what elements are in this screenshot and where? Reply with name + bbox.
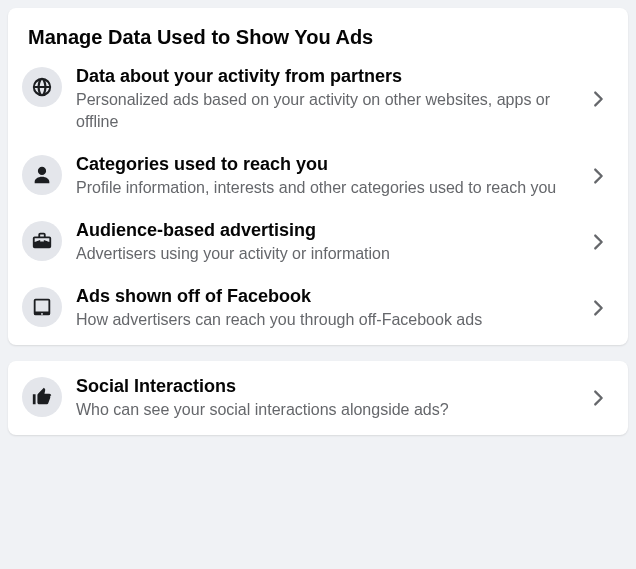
chevron-right-icon (580, 88, 616, 110)
row-text: Data about your activity from partners P… (76, 65, 580, 133)
social-interactions-card: Social Interactions Who can see your soc… (8, 361, 628, 435)
chevron-right-icon (580, 297, 616, 319)
manage-data-card: Manage Data Used to Show You Ads Data ab… (8, 8, 628, 345)
row-title: Data about your activity from partners (76, 65, 580, 88)
chevron-right-icon (580, 231, 616, 253)
row-subtitle: How advertisers can reach you through of… (76, 309, 580, 331)
row-audience[interactable]: Audience-based advertising Advertisers u… (8, 209, 628, 275)
row-text: Ads shown off of Facebook How advertiser… (76, 285, 580, 331)
row-ads-off-facebook[interactable]: Ads shown off of Facebook How advertiser… (8, 275, 628, 341)
row-subtitle: Profile information, interests and other… (76, 177, 580, 199)
row-title: Audience-based advertising (76, 219, 580, 242)
section-header: Manage Data Used to Show You Ads (8, 16, 628, 55)
row-text: Categories used to reach you Profile inf… (76, 153, 580, 199)
row-title: Ads shown off of Facebook (76, 285, 580, 308)
briefcase-icon (22, 221, 62, 261)
row-title: Categories used to reach you (76, 153, 580, 176)
row-subtitle: Personalized ads based on your activity … (76, 89, 580, 132)
globe-icon (22, 67, 62, 107)
row-subtitle: Advertisers using your activity or infor… (76, 243, 580, 265)
thumbs-up-icon (22, 377, 62, 417)
row-data-partners[interactable]: Data about your activity from partners P… (8, 55, 628, 143)
row-text: Social Interactions Who can see your soc… (76, 375, 580, 421)
chevron-right-icon (580, 165, 616, 187)
row-subtitle: Who can see your social interactions alo… (76, 399, 580, 421)
row-title: Social Interactions (76, 375, 580, 398)
tablet-icon (22, 287, 62, 327)
row-text: Audience-based advertising Advertisers u… (76, 219, 580, 265)
row-social-interactions[interactable]: Social Interactions Who can see your soc… (8, 365, 628, 431)
row-categories[interactable]: Categories used to reach you Profile inf… (8, 143, 628, 209)
user-icon (22, 155, 62, 195)
chevron-right-icon (580, 387, 616, 409)
